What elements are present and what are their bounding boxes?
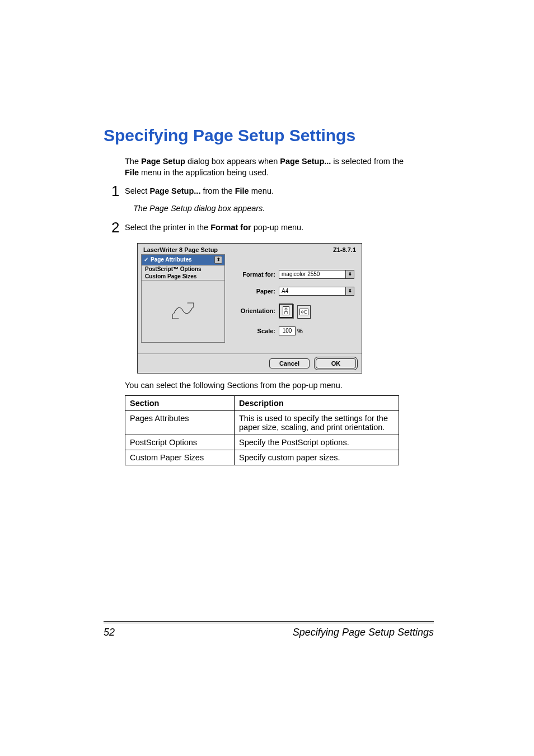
scale-input[interactable]: 100 bbox=[279, 326, 296, 335]
menu-item-postscript[interactable]: PostScript™ Options bbox=[142, 265, 224, 273]
chevron-updown-icon[interactable]: ⬍ bbox=[346, 287, 354, 296]
text: pop-up menu. bbox=[251, 223, 304, 232]
dialog-fields: Format for: magicolor 2550 ⬍ Paper: A4 ⬍ bbox=[225, 254, 362, 349]
table-row: PostScript Options Specify the PostScrip… bbox=[125, 435, 399, 450]
orientation-landscape-button[interactable] bbox=[297, 305, 311, 319]
step-italic-note: The Page Setup dialog box appears. bbox=[133, 203, 434, 214]
orientation-row: Orientation: bbox=[231, 304, 356, 319]
step-text: Select Page Setup... from the File menu. bbox=[125, 186, 274, 195]
format-for-combo[interactable]: magicolor 2550 ⬍ bbox=[279, 270, 354, 279]
intro-text: dialog box appears when bbox=[185, 157, 280, 166]
step-2: 2 Select the printer in the Format for p… bbox=[125, 218, 434, 237]
scale-label: Scale: bbox=[231, 328, 275, 334]
menu-selected-wrap: ✓Page Attributes bbox=[144, 256, 192, 263]
bold-text: Page Setup... bbox=[149, 186, 200, 195]
dialog-screenshot: LaserWriter 8 Page Setup Z1-8.7.1 ✓Page … bbox=[137, 243, 434, 374]
step-number: 2 bbox=[111, 218, 123, 237]
dialog-side-panel: ✓Page Attributes ⬍ PostScript™ Options C… bbox=[141, 254, 225, 349]
table-row: Custom Paper Sizes Specify custom paper … bbox=[125, 450, 399, 465]
page-number: 52 bbox=[104, 627, 115, 638]
ok-button[interactable]: OK bbox=[316, 358, 356, 368]
menu-selected-item[interactable]: ✓Page Attributes ⬍ bbox=[142, 255, 224, 265]
dialog-titlebar: LaserWriter 8 Page Setup Z1-8.7.1 bbox=[138, 244, 362, 254]
menu-selected-label: Page Attributes bbox=[151, 256, 192, 263]
th-description: Description bbox=[235, 396, 399, 411]
footer-title: Specifying Page Setup Settings bbox=[293, 627, 434, 638]
step-number: 1 bbox=[111, 181, 123, 201]
page-footer: 52 Specifying Page Setup Settings bbox=[104, 623, 434, 638]
cell-section: Pages Attributes bbox=[125, 411, 235, 435]
intro-bold-page-setup-dots: Page Setup... bbox=[280, 157, 331, 166]
sections-table: Section Description Pages Attributes Thi… bbox=[125, 395, 399, 465]
paper-combo[interactable]: A4 ⬍ bbox=[279, 287, 354, 296]
text: Select bbox=[125, 186, 149, 195]
section-popup-menu[interactable]: ✓Page Attributes ⬍ PostScript™ Options C… bbox=[141, 254, 225, 343]
intro-text: menu in the application being used. bbox=[139, 168, 269, 177]
page: Specifying Page Setup Settings The Page … bbox=[0, 0, 534, 756]
menu-stepper-icon[interactable]: ⬍ bbox=[214, 256, 222, 264]
cell-section: PostScript Options bbox=[125, 435, 235, 450]
bold-text: Format for bbox=[210, 223, 251, 232]
paper-label: Paper: bbox=[231, 288, 275, 295]
cancel-button[interactable]: Cancel bbox=[269, 358, 310, 368]
check-icon: ✓ bbox=[144, 256, 148, 263]
step-1: 1 Select Page Setup... from the File men… bbox=[125, 181, 434, 214]
intro-paragraph: The Page Setup dialog box appears when P… bbox=[125, 156, 434, 178]
scale-unit: % bbox=[297, 328, 303, 334]
text: menu. bbox=[249, 186, 274, 195]
text: Select the printer in the bbox=[125, 223, 210, 232]
intro-bold-page-setup: Page Setup bbox=[141, 157, 185, 166]
paper-row: Paper: A4 ⬍ bbox=[231, 287, 356, 296]
table-header-row: Section Description bbox=[125, 396, 399, 411]
dialog-title: LaserWriter 8 Page Setup bbox=[143, 246, 218, 253]
menu-item-custom-sizes[interactable]: Custom Page Sizes bbox=[142, 273, 224, 280]
dialog-version: Z1-8.7.1 bbox=[333, 246, 356, 253]
format-for-label: Format for: bbox=[231, 271, 275, 278]
footer-rule bbox=[104, 621, 434, 622]
orientation-label: Orientation: bbox=[231, 307, 275, 314]
th-section: Section bbox=[125, 396, 235, 411]
chevron-updown-icon[interactable]: ⬍ bbox=[346, 270, 354, 279]
page-setup-dialog: LaserWriter 8 Page Setup Z1-8.7.1 ✓Page … bbox=[137, 243, 362, 374]
intro-text: The bbox=[125, 157, 141, 166]
table-row: Pages Attributes This is used to specify… bbox=[125, 411, 399, 435]
page-preview-area bbox=[142, 280, 224, 342]
intro-bold-file: File bbox=[125, 168, 139, 177]
dialog-footer: Cancel OK bbox=[138, 353, 362, 373]
dialog-body: ✓Page Attributes ⬍ PostScript™ Options C… bbox=[138, 254, 362, 353]
format-for-row: Format for: magicolor 2550 ⬍ bbox=[231, 270, 356, 279]
content-area: Specifying Page Setup Settings The Page … bbox=[104, 126, 434, 465]
text: from the bbox=[200, 186, 235, 195]
cell-description: This is used to specify the settings for… bbox=[235, 411, 399, 435]
cell-section: Custom Paper Sizes bbox=[125, 450, 235, 465]
cell-description: Specify custom paper sizes. bbox=[235, 450, 399, 465]
orientation-buttons bbox=[279, 304, 313, 319]
cell-description: Specify the PostScript options. bbox=[235, 435, 399, 450]
bold-text: File bbox=[235, 186, 249, 195]
step-text: Select the printer in the Format for pop… bbox=[125, 223, 303, 232]
intro-text: is selected from the bbox=[331, 157, 404, 166]
scale-row: Scale: 100 % bbox=[231, 326, 356, 335]
paper-value: A4 bbox=[279, 287, 346, 296]
orientation-portrait-button[interactable] bbox=[279, 304, 293, 318]
page-preview-icon bbox=[171, 300, 195, 323]
format-for-value: magicolor 2550 bbox=[279, 270, 346, 279]
page-heading: Specifying Page Setup Settings bbox=[104, 126, 434, 145]
popup-note: You can select the following Sections fr… bbox=[125, 380, 434, 391]
